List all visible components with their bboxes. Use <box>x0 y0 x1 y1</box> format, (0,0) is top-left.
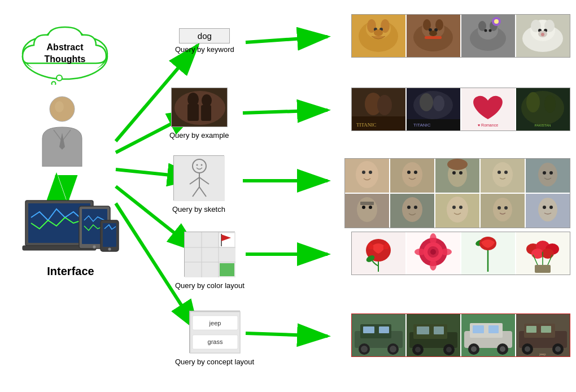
svg-point-169 <box>430 249 436 255</box>
abstract-thoughts-cloud: AbstractThoughts <box>17 23 113 85</box>
svg-point-131 <box>459 171 462 175</box>
jeep-result-3 <box>461 314 515 356</box>
svg-point-73 <box>374 29 383 36</box>
svg-point-221 <box>525 346 530 352</box>
svg-point-121 <box>362 171 365 174</box>
svg-point-134 <box>498 171 501 174</box>
svg-point-143 <box>369 206 372 209</box>
query-sketch: Query by sketch <box>172 155 225 214</box>
svg-point-194 <box>361 346 368 352</box>
svg-line-13 <box>246 333 328 336</box>
query-example-label: Query by example <box>169 131 229 140</box>
svg-point-39 <box>202 94 212 107</box>
interface-svg <box>20 192 121 260</box>
svg-point-170 <box>430 233 437 245</box>
titanic-result-1: TITANIC <box>352 88 405 130</box>
svg-point-147 <box>407 206 411 209</box>
svg-point-35 <box>108 248 111 251</box>
result-titanic: TITANIC TITANIC ♥ Romance PAKISTAN <box>351 88 570 131</box>
svg-text:♥ Romance: ♥ Romance <box>478 123 498 127</box>
svg-point-160 <box>549 206 553 209</box>
query-concept-label: Query by concept layout <box>175 358 254 366</box>
dog-result-2 <box>407 15 460 57</box>
svg-point-126 <box>414 171 417 174</box>
svg-point-32 <box>93 245 96 249</box>
query-color: Query by color layout <box>175 232 245 290</box>
svg-point-116 <box>526 92 540 112</box>
svg-point-124 <box>402 162 422 187</box>
svg-point-26 <box>55 101 64 112</box>
face-result-8 <box>435 194 479 228</box>
svg-text:TITANIC: TITANIC <box>413 123 431 128</box>
face-result-3 <box>435 159 479 193</box>
svg-point-37 <box>174 91 225 125</box>
jeep-result-1 <box>352 314 405 356</box>
svg-point-212 <box>471 346 477 352</box>
rose-result-4 <box>516 232 570 275</box>
example-image <box>171 88 228 127</box>
titanic-result-4: PAKISTAN <box>516 88 570 130</box>
svg-rect-209 <box>473 325 484 333</box>
result-dogs <box>351 14 570 58</box>
svg-point-130 <box>452 171 456 175</box>
svg-rect-82 <box>425 36 442 39</box>
query-concept: jeep grass Query by concept layout <box>175 311 254 366</box>
interface-label: Interface <box>11 265 130 278</box>
svg-point-117 <box>544 95 556 113</box>
result-roses <box>351 232 570 275</box>
svg-rect-34 <box>103 223 116 247</box>
svg-point-196 <box>390 346 396 352</box>
svg-point-138 <box>543 171 546 175</box>
keyword-input-display: dog <box>179 28 230 43</box>
svg-text:PAKISTAN: PAKISTAN <box>535 124 551 127</box>
svg-point-155 <box>498 206 501 210</box>
color-layout-image <box>184 232 235 277</box>
sketch-image <box>173 155 224 201</box>
svg-rect-218 <box>526 326 536 333</box>
rose-result-1 <box>352 232 405 275</box>
svg-point-203 <box>415 347 421 352</box>
svg-point-135 <box>504 171 508 174</box>
titanic-result-3: ♥ Romance <box>461 88 515 130</box>
cloud-text: AbstractThoughts <box>45 42 86 66</box>
svg-point-159 <box>543 206 546 209</box>
person-icon <box>31 93 93 167</box>
svg-point-100 <box>541 33 544 36</box>
result-faces <box>344 158 570 228</box>
svg-rect-41 <box>201 105 211 121</box>
svg-point-89 <box>489 29 492 32</box>
svg-point-150 <box>447 197 468 223</box>
svg-rect-201 <box>434 326 444 334</box>
svg-point-45 <box>200 164 202 166</box>
svg-point-22 <box>56 75 62 81</box>
svg-point-214 <box>500 346 505 352</box>
face-result-5 <box>526 159 570 193</box>
query-sketch-label: Query by sketch <box>172 205 225 214</box>
query-keyword: dog Query by keyword <box>175 28 234 54</box>
dog-result-4 <box>516 15 570 57</box>
diagram-container: AbstractThoughts <box>0 0 576 392</box>
svg-point-109 <box>413 91 453 119</box>
face-result-4 <box>481 159 525 193</box>
svg-point-120 <box>356 161 378 188</box>
svg-point-133 <box>492 162 513 187</box>
svg-point-81 <box>429 31 437 36</box>
titanic-result-2: TITANIC <box>407 88 460 130</box>
svg-point-172 <box>414 249 426 255</box>
svg-point-142 <box>362 206 365 209</box>
face-result-7 <box>390 194 434 228</box>
svg-point-141 <box>357 197 377 222</box>
svg-point-223 <box>555 346 561 352</box>
svg-rect-192 <box>379 326 389 333</box>
result-jeeps: jeep <box>351 313 570 357</box>
svg-rect-187 <box>535 265 551 273</box>
jeep-result-2 <box>407 314 460 356</box>
face-result-10 <box>526 194 570 228</box>
svg-text:jeep: jeep <box>209 320 221 326</box>
interface-section: Interface <box>11 192 130 278</box>
svg-point-154 <box>493 198 512 221</box>
dog-result-1 <box>352 15 405 57</box>
svg-rect-59 <box>220 263 234 276</box>
svg-text:grass: grass <box>208 338 223 345</box>
svg-point-171 <box>430 259 437 271</box>
